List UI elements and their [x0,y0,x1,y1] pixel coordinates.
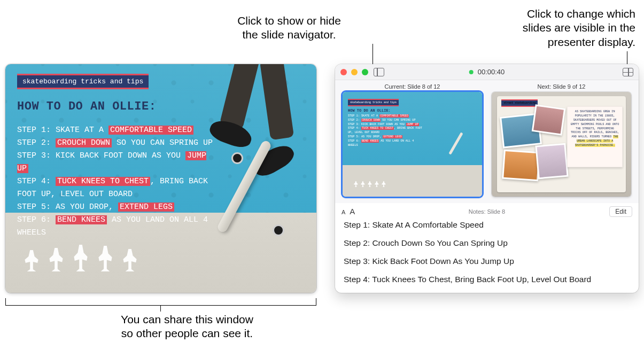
slide-steps: STEP 1: SKATE AT A COMFORTABLE SPEEDSTEP… [17,124,220,239]
titlebar: 00:00:40 [335,64,639,80]
presentation-timer[interactable]: 00:00:40 [469,68,505,76]
notes-toolbar: A A Notes: Slide 8 Edit [335,203,639,218]
slide-step: STEP 3: KICK BACK FOOT DOWN AS YOU JUMP … [17,150,220,175]
close-button[interactable] [340,69,347,75]
slide-step: STEP 4: TUCK KNEES TO CHEST, BRING BACK … [17,175,220,201]
callout-sidebar: Click to show or hide the slide navigato… [225,14,353,42]
presenter-note-line: Step 3: Kick Back Foot Down As You Jump … [344,256,630,266]
presenter-display-window: 00:00:40 Current: Slide 8 of 12 skateboa… [335,64,639,293]
silhouette-row [24,245,137,271]
next-slide-label: Next: Slide 9 of 12 [538,83,586,90]
notes-header: Notes: Slide 8 [469,208,505,215]
slide-step: STEP 1: SKATE AT A COMFORTABLE SPEED [17,124,220,137]
callout-layout: Click to change which slides are visible… [459,7,635,49]
share-bracket-stem [160,305,161,312]
callout-share: You can share this window so other peopl… [80,313,294,341]
next-mini-badge: street skateboarding [501,99,538,107]
timer-value: 00:00:40 [478,68,505,76]
next-slide-text: AS SKATEBOARDING GREW IN POPULARITY IN T… [567,106,623,167]
window-controls[interactable] [340,69,368,75]
live-indicator-icon [469,70,474,74]
slide-step: STEP 5: AS YOU DROP, EXTEND LEGS [17,201,220,214]
decrease-text-button[interactable]: A [342,209,345,215]
edit-notes-button[interactable]: Edit [609,206,632,217]
slide-step: STEP 6: BEND KNEES AS YOU LAND ON ALL 4 … [17,214,220,239]
slide-badge: skateboarding tricks and tips [17,74,149,89]
increase-text-button[interactable]: A [350,207,355,216]
presenter-note-line: Step 4: Tuck Knees To Chest, Bring Back … [344,275,630,284]
presenter-note-line: Step 2: Crouch Down So You Can Spring Up [344,238,630,248]
next-slide-thumbnail[interactable]: street skateboarding AS SKATEBOARDING GR… [492,92,631,197]
presentation-window[interactable]: skateboarding tricks and tips HOW TO DO … [5,64,316,293]
zoom-button[interactable] [362,69,368,75]
slide-title: HOW TO DO AN OLLIE: [17,100,305,113]
share-bracket [5,298,316,306]
presenter-note-line: Step 1: Skate At A Comfortable Speed [344,220,630,230]
slide-step: STEP 2: CROUCH DOWN SO YOU CAN SPRING UP [17,137,220,150]
presenter-layout-toggle-icon[interactable] [623,68,633,76]
mini-title: HOW TO DO AN OLLIE: [348,108,477,113]
mini-badge: skateboarding tricks and tips [348,99,399,106]
current-slide-label: Current: Slide 8 of 12 [385,83,440,90]
mini-steps: STEP 1: SKATE AT A COMFORTABLE SPEEDSTEP… [348,114,425,147]
slide-thumbnails: Current: Slide 8 of 12 skateboarding tri… [335,80,639,203]
minimize-button[interactable] [351,69,358,75]
presenter-notes[interactable]: Step 1: Skate At A Comfortable SpeedStep… [335,218,639,293]
current-slide-thumbnail[interactable]: skateboarding tricks and tips HOW TO DO … [343,92,482,197]
slide-navigator-toggle-icon[interactable] [374,68,384,76]
